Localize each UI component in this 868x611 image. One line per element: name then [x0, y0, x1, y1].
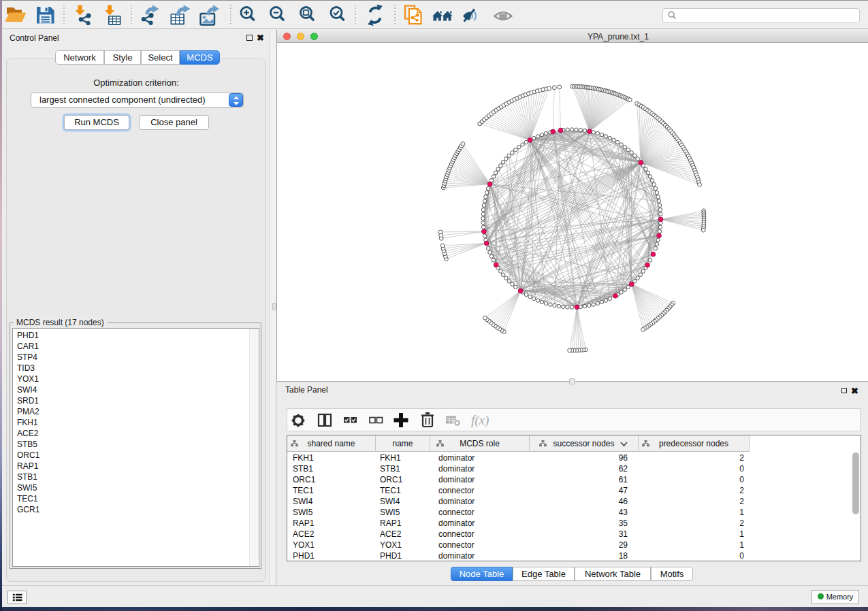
- svg-text:f(x): f(x): [471, 413, 489, 428]
